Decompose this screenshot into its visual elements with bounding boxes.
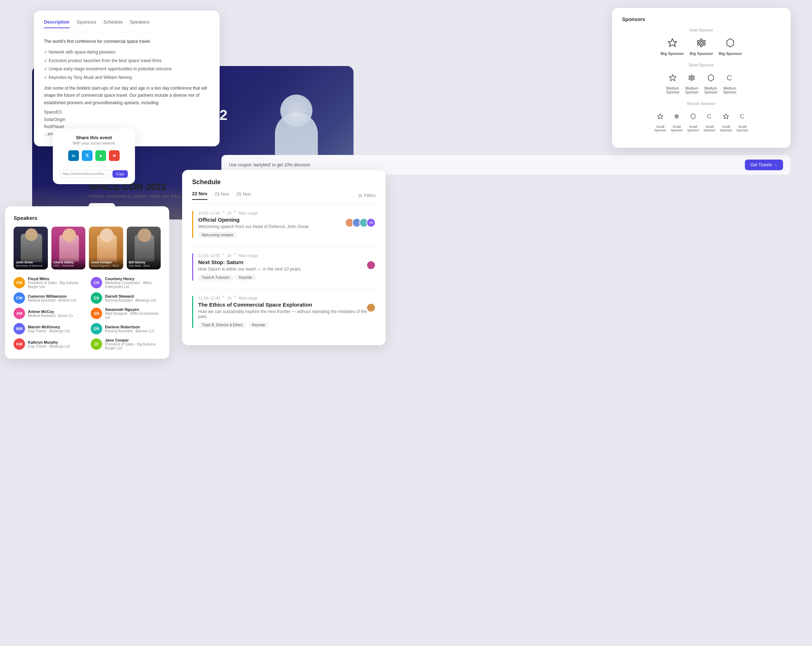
divider-2 (192, 289, 375, 289)
whatsapp-share-button[interactable]: ● (95, 150, 106, 161)
speaker-1-overlay: John Snow Secretary of Defence (14, 258, 48, 270)
desc-body: Join some of the boldest start-ups of ou… (44, 85, 210, 107)
svg-point-23 (676, 117, 677, 118)
speaker-row-5: KM Kathryn Murphy Dog Trainer · Abstergo… (14, 338, 161, 350)
speaker-info-arlene: Arlene McCoy Medical Assistant · Acme Co… (28, 309, 74, 318)
session-3-stage: Main stage (238, 296, 258, 300)
session-3-meta: 11:00–12:00 1h Main stage (198, 296, 375, 300)
sponsors-title: Sponsors (622, 17, 781, 22)
speaker-list: FM Floyd Miles President of Sales · Big … (14, 277, 161, 350)
speaker-info-marvin: Marvin McKinney Dog Trainer · Abstergo L… (28, 325, 71, 333)
linkedin-share-button[interactable]: in (68, 150, 79, 161)
session-2-duration: 1h (227, 253, 231, 258)
email-share-button[interactable]: ✉ (109, 150, 120, 161)
session-2-meta: 11:00–12:00 1h Main stage (198, 253, 375, 258)
speaker-list-item-3: CW Cameron Williamson Medical Assistant … (14, 292, 84, 304)
speaker-name-floyd: Floyd Miles (28, 277, 84, 281)
speaker-1-name: John Snow (16, 261, 46, 264)
speaker-avatar-darrell: DS (91, 292, 102, 304)
filter-icon: ⊟ (359, 193, 362, 198)
tab-25-nov[interactable]: 25 Nov (237, 191, 251, 200)
description-tabs: Description Sponsors Schedule Speakers (44, 19, 210, 32)
speaker-avatar-jane: JC (91, 338, 102, 350)
svg-point-13 (693, 78, 695, 79)
session-2-desc: How Saturn is within our reach — in the … (198, 267, 375, 271)
speaker-name-darlene: Darlene Robertson (105, 325, 156, 329)
svg-point-7 (698, 40, 699, 43)
speaker-role-marvin: Dog Trainer · Abstergo Ltd. (28, 329, 71, 333)
bronze-flower-icon (670, 110, 683, 123)
speaker-avatar-arlene: AM (14, 308, 25, 319)
speaker-role-darrell: Nursing Assistant · Abstergo Ltd. (105, 299, 157, 302)
bronze-sponsor-6: SmallSponsor (736, 110, 749, 132)
svg-point-21 (678, 115, 678, 116)
get-tickets-button[interactable]: Get Tickets → (745, 160, 783, 170)
silver-sponsor-4: MediumSponsor (723, 72, 736, 94)
speaker-role-savannah: Web Designer · Biffco Enterprises Ltd. (105, 312, 161, 320)
session-2-title: Next Stop: Saturn (198, 259, 375, 265)
speaker-avatar-courtney: CH (91, 277, 102, 288)
filter-label: Filters (364, 193, 375, 198)
speaker-avatar-cameron: CW (14, 292, 25, 304)
bronze-label: Bronze Sponsor (622, 101, 781, 106)
speaker-name-marvin: Marvin McKinney (28, 325, 71, 329)
gold-sponsors-row: Big Sponsor Big Sponsor Big Sponsor (622, 37, 781, 56)
speaker-list-item-9: KM Kathryn Murphy Dog Trainer · Abstergo… (14, 338, 84, 350)
svg-marker-18 (658, 114, 663, 119)
speaker-name-jane: Jane Cooper (105, 338, 161, 342)
svg-point-25 (675, 115, 676, 116)
twitter-share-button[interactable]: 𝕏 (82, 150, 93, 161)
tab-22-nov[interactable]: 22 Nov (192, 191, 208, 200)
featured-speaker-1: John Snow Secretary of Defence (14, 227, 48, 270)
tab-schedule[interactable]: Schedule (103, 19, 122, 28)
speakers-title: Speakers (14, 215, 161, 221)
avatar-s2-1 (366, 261, 375, 270)
svg-point-16 (689, 76, 691, 78)
silver-hex-icon (705, 72, 717, 84)
speaker-role-courtney: Marketing Coordinator · Biffco Enterpris… (105, 281, 161, 289)
silver-sponsors-row: MediumSponsor MediumSponsor MediumSponso… (622, 72, 781, 94)
share-title: Share this event (60, 135, 128, 140)
tab-sponsors[interactable]: Sponsors (77, 19, 96, 28)
speaker-role-cameron: Medical Assistant · Binford Ltd. (28, 299, 77, 302)
session-1-tags: Welcoming remarks (198, 232, 375, 238)
svg-point-10 (691, 77, 693, 79)
featured-speaker-4: Bill Nemoy Star Walk - Bock (127, 227, 161, 270)
copy-link-button[interactable]: Copy (113, 170, 128, 178)
description-card: Description Sponsors Schedule Speakers T… (34, 11, 220, 146)
company-1: SpaceEX (44, 108, 210, 116)
session-1-duration: 1h (227, 211, 231, 215)
session-1-stage: Main stage (238, 211, 258, 215)
filter-button[interactable]: ⊟ Filters (359, 193, 375, 198)
speaker-3-name: Anna Kemper (91, 261, 121, 264)
company-2: SolarOrigin (44, 116, 210, 123)
featured-speaker-3: Anna Kemper Chief Engineer - RSO (89, 227, 123, 270)
tab-speakers[interactable]: Speakers (130, 19, 150, 28)
speaker-role-kathryn: Dog Trainer · Abstergo Ltd. (28, 344, 71, 348)
bullet-1: ✓ Network with space-faring pioneers (44, 49, 210, 56)
session-3-desc: How we can sustainably explore the next … (198, 309, 375, 319)
session-1-tag-1: Welcoming remarks (198, 232, 237, 238)
svg-point-22 (678, 117, 678, 117)
speaker-list-item-7: MM Marvin McKinney Dog Trainer · Absterg… (14, 323, 84, 334)
speaker-3-role: Chief Engineer - RSO (91, 264, 121, 267)
desc-headline: The world's first conference for commerc… (44, 38, 210, 45)
tab-23-nov[interactable]: 23 Nov (215, 191, 229, 200)
share-card: Share this event With your social networ… (53, 128, 135, 184)
silver-star-icon (666, 72, 679, 84)
tab-description[interactable]: Description (44, 19, 70, 28)
speakers-card: Speakers John Snow Secretary of Defence (5, 206, 169, 359)
session-3: 11:00–12:00 1h Main stage The Ethics of … (192, 296, 375, 328)
speaker-role-darlene: Nursing Assistant · Barone LLC. (105, 329, 156, 333)
speaker-avatar-savannah: SN (91, 308, 102, 319)
session-2-avatars (368, 261, 375, 270)
silver-label: Silver Sponsor (622, 63, 781, 67)
speaker-info-cameron: Cameron Williamson Medical Assistant · B… (28, 294, 77, 302)
speaker-role-jane: President of Sales · Big Kahuna Burger L… (105, 342, 161, 350)
avatar-s3-1 (366, 303, 375, 312)
speaker-list-item-10: JC Jane Cooper President of Sales · Big … (91, 338, 161, 350)
svg-marker-27 (723, 114, 729, 119)
share-url-display[interactable]: https://meet.briella.io/conf/spacesco... (60, 170, 110, 178)
session-1: 10:00–11:00 1h Main stage Official Openi… (192, 211, 375, 238)
hexagon-icon (724, 37, 737, 49)
